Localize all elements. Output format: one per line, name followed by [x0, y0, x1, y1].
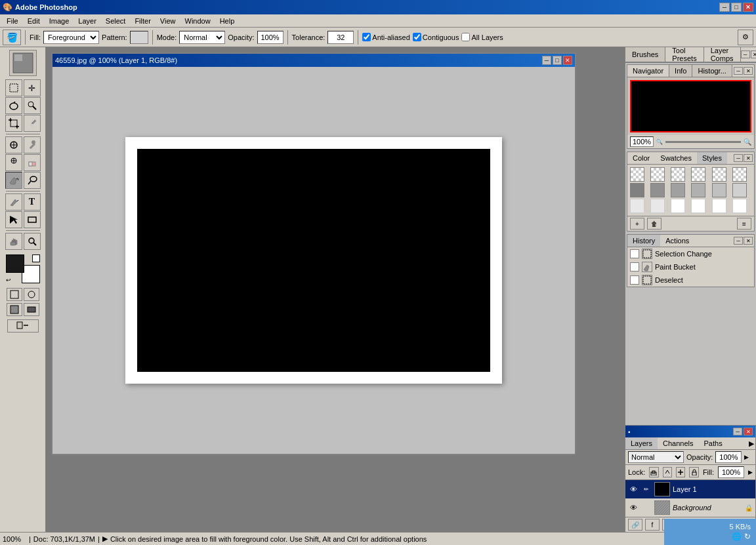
app-close-button[interactable]: ✕ [743, 3, 753, 12]
pen-tool[interactable] [5, 193, 22, 211]
menu-file[interactable]: File [3, 16, 22, 26]
lasso-tool[interactable] [5, 97, 22, 114]
history-tab[interactable]: History [627, 235, 660, 247]
anti-aliased-checkbox[interactable] [362, 33, 371, 41]
layers-mode-select[interactable]: Normal [628, 451, 684, 463]
clone-stamp-tool[interactable] [5, 154, 22, 171]
path-select-tool[interactable] [5, 211, 22, 228]
lock-all-btn[interactable] [689, 467, 698, 477]
swatches-tab[interactable]: Swatches [655, 152, 697, 164]
styles-options-btn[interactable]: ≡ [737, 218, 751, 230]
history-close-btn[interactable]: ✕ [744, 237, 753, 245]
lock-image-btn[interactable] [663, 467, 672, 477]
menu-image[interactable]: Image [45, 16, 74, 26]
style-swatch-3[interactable] [671, 167, 685, 182]
navigator-tab[interactable]: Navigator [627, 65, 669, 77]
type-tool[interactable]: T [24, 193, 41, 211]
document-maximize-btn[interactable]: □ [553, 56, 562, 65]
style-swatch-5[interactable] [712, 167, 726, 182]
fill-select[interactable]: Foreground Background Pattern [43, 31, 99, 44]
layers-fill-input[interactable] [718, 466, 744, 478]
style-swatch-18[interactable] [732, 199, 747, 213]
paths-tab[interactable]: Paths [699, 437, 728, 449]
tool-presets-tab[interactable]: Tool Presets [665, 47, 704, 62]
background-visibility-icon[interactable]: 👁 [628, 502, 639, 513]
navigator-zoom-input[interactable] [630, 136, 654, 147]
style-swatch-9[interactable] [671, 183, 685, 197]
move-tool[interactable]: ✛ [24, 79, 41, 96]
channels-tab[interactable]: Channels [658, 437, 698, 449]
anti-aliased-label[interactable]: Anti-aliased [362, 33, 410, 41]
crop-tool[interactable] [5, 115, 22, 132]
style-swatch-4[interactable] [691, 167, 705, 182]
menu-edit[interactable]: Edit [24, 16, 44, 26]
style-swatch-15[interactable] [671, 199, 685, 213]
brushes-minimize-btn[interactable]: ─ [741, 50, 750, 58]
app-minimize-button[interactable]: ─ [719, 3, 730, 12]
document-close-btn[interactable]: ✕ [563, 56, 572, 65]
layers-panel-close-btn[interactable]: ✕ [744, 428, 753, 435]
layer-row-background[interactable]: 👁 Background 🔒 [625, 498, 755, 517]
eraser-tool[interactable] [24, 154, 41, 171]
layers-tab[interactable]: Layers [625, 437, 658, 449]
style-swatch-10[interactable] [691, 183, 705, 197]
menu-select[interactable]: Select [102, 16, 130, 26]
navigator-close-btn[interactable]: ✕ [744, 67, 753, 75]
all-layers-label[interactable]: All Layers [461, 33, 503, 41]
style-swatch-6[interactable] [732, 167, 747, 182]
shape-tool[interactable] [24, 211, 41, 228]
style-swatch-17[interactable] [712, 199, 726, 213]
full-screen-btn[interactable] [24, 303, 39, 316]
document-canvas[interactable] [137, 149, 490, 372]
history-item-2[interactable]: Paint Bucket [627, 260, 754, 273]
brush-tool[interactable] [24, 136, 41, 153]
layer-row-1[interactable]: 👁 ✏ Layer 1 [625, 480, 755, 498]
actions-tab[interactable]: Actions [660, 235, 694, 247]
history-snapshot-3[interactable] [630, 275, 639, 285]
color-close-btn[interactable]: ✕ [744, 154, 753, 162]
color-tab[interactable]: Color [627, 152, 655, 164]
style-swatch-1[interactable] [630, 167, 644, 182]
styles-new-btn[interactable]: + [630, 218, 644, 230]
gradient-tool[interactable] [24, 172, 41, 189]
healing-brush-tool[interactable] [5, 136, 22, 153]
pattern-preview[interactable] [130, 31, 148, 44]
menu-help[interactable]: Help [216, 16, 239, 26]
hand-tool[interactable] [5, 233, 22, 250]
layer-comps-tab[interactable]: Layer Comps [704, 47, 741, 62]
history-snapshot-2[interactable] [630, 262, 639, 272]
lock-position-btn[interactable] [676, 467, 685, 477]
navigator-zoom-slider[interactable] [665, 141, 741, 143]
menu-view[interactable]: View [156, 16, 180, 26]
jump-to-imageready-btn[interactable] [7, 319, 39, 333]
layer-link-btn[interactable]: 🔗 [628, 519, 642, 531]
mode-select[interactable]: Normal Multiply Screen [179, 31, 225, 44]
paint-bucket-tool[interactable] [5, 172, 22, 189]
all-layers-checkbox[interactable] [461, 33, 470, 41]
standard-mode-btn[interactable] [7, 288, 22, 301]
opacity-input[interactable] [257, 31, 284, 44]
menu-filter[interactable]: Filter [131, 16, 154, 26]
style-swatch-13[interactable] [630, 199, 644, 213]
layer-effects-btn[interactable]: f [645, 519, 660, 531]
history-minimize-btn[interactable]: ─ [734, 237, 743, 245]
zoom-tool[interactable] [24, 233, 41, 250]
style-swatch-14[interactable] [650, 199, 665, 213]
navigator-minimize-btn[interactable]: ─ [734, 67, 743, 75]
lock-transparent-btn[interactable] [649, 467, 658, 477]
marquee-tool[interactable] [5, 79, 22, 96]
background-color-swatch[interactable] [22, 265, 40, 283]
style-swatch-2[interactable] [650, 167, 665, 182]
layers-opacity-input[interactable] [715, 451, 742, 463]
menu-window[interactable]: Window [181, 16, 215, 26]
app-maximize-button[interactable]: □ [731, 3, 742, 12]
style-swatch-12[interactable] [732, 183, 747, 197]
layers-options-btn[interactable]: ▶ [749, 437, 755, 449]
contiguous-checkbox[interactable] [413, 33, 421, 41]
histogram-tab[interactable]: Histogr... [692, 65, 732, 77]
info-tab[interactable]: Info [669, 65, 692, 77]
brushes-tab[interactable]: Brushes [625, 47, 665, 62]
color-minimize-btn[interactable]: ─ [734, 154, 743, 162]
style-swatch-8[interactable] [650, 183, 665, 197]
foreground-color-swatch[interactable] [6, 254, 24, 273]
